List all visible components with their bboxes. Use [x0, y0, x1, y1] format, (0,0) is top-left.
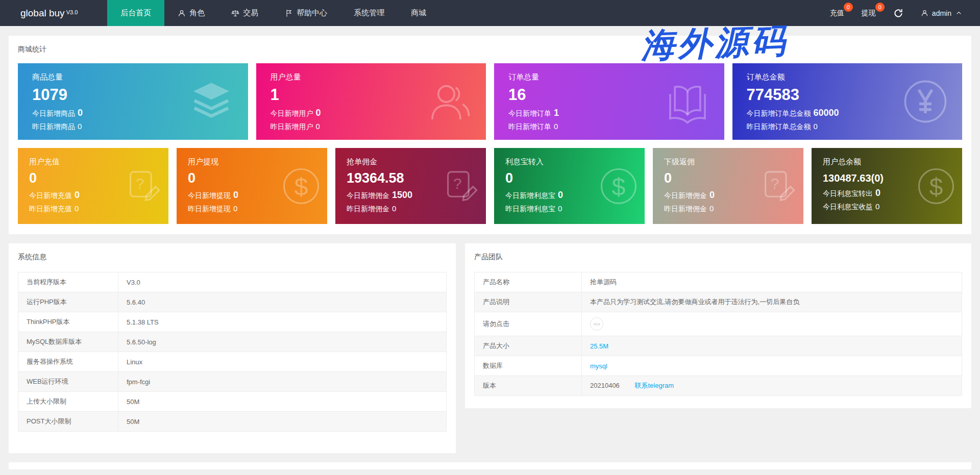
- card-line-label: 今日新增佣金: [347, 191, 389, 199]
- menu-item-system-manage[interactable]: 系统管理: [340, 0, 398, 26]
- row-label: 数据库: [475, 356, 582, 376]
- stat-card-user-balance: 用户总余额 130487.63(0) 今日利息宝转出0 今日利息宝收益0 $: [812, 148, 962, 224]
- menu-item-help-center[interactable]: 帮助中心: [272, 0, 340, 26]
- svg-text:?: ?: [771, 175, 779, 192]
- row-value: Linux: [118, 352, 447, 372]
- stats-cards-row1: 商品总量 1079 今日新增商品0 昨日新增商品0 用户总量 1 今日新增用户0…: [18, 63, 962, 140]
- table-row: 当前程序版本V3.0: [18, 272, 447, 292]
- svg-text:$: $: [929, 172, 943, 200]
- withdraw-badge: 0: [875, 3, 885, 12]
- row-label: POST大小限制: [18, 412, 118, 432]
- recharge-badge: 0: [844, 3, 853, 12]
- row-value: mysql: [582, 356, 962, 376]
- card-line-value: 0: [814, 122, 818, 131]
- table-row: MySQL数据库版本5.6.50-log: [18, 332, 447, 352]
- table-row: WEB运行环境fpm-fcgi: [18, 372, 447, 392]
- row-label: 产品名称: [475, 272, 582, 292]
- card-line-value: 0: [392, 204, 396, 213]
- version-number: 20210406: [590, 382, 620, 389]
- card-line-label: 昨日新增提现: [188, 205, 231, 213]
- row-value: fpm-fcgi: [118, 372, 447, 392]
- bottom-section: 系统信息 当前程序版本V3.0 运行PHP版本5.6.40 ThinkPHP版本…: [9, 243, 971, 453]
- row-label: WEB运行环境: [18, 372, 118, 392]
- telegram-contact-link[interactable]: 联系telegram: [634, 382, 674, 389]
- card-title: 抢单佣金: [347, 157, 486, 167]
- row-value: 抢单源码: [582, 272, 962, 292]
- card-line-label: 今日新增订单: [508, 109, 551, 117]
- svg-text:?: ?: [136, 175, 144, 192]
- card-line-value: 0: [78, 122, 82, 131]
- table-row: 产品名称 抢单源码: [475, 272, 962, 292]
- card-title: 用户充值: [29, 157, 168, 167]
- card-line-label: 今日新增提现: [188, 191, 231, 199]
- recharge-label: 充值: [830, 9, 844, 17]
- card-line-label: 今日新增订单总金额: [747, 109, 811, 117]
- card-line-label: 今日新增商品: [32, 109, 75, 117]
- menu-item-mall[interactable]: 商城: [398, 0, 439, 26]
- product-size-link[interactable]: 25.5M: [590, 342, 608, 350]
- scales-icon: [231, 9, 239, 17]
- menu-item-label: 角色: [189, 8, 205, 18]
- card-title: 用户总余额: [823, 157, 962, 167]
- stats-panel-title: 商城统计: [18, 45, 962, 54]
- menu-item-label: 商城: [411, 8, 426, 18]
- card-line-value: 0: [709, 190, 715, 200]
- database-link[interactable]: mysql: [590, 362, 607, 370]
- card-line-label: 今日新增充值: [29, 191, 72, 199]
- app-logo-text: global buy: [20, 8, 65, 19]
- card-line-value: 0: [75, 204, 79, 213]
- stats-cards-row2: 用户充值 0 今日新增充值0 昨日新增充值0 ? 用户提现 0 今日新增提现0 …: [18, 148, 962, 224]
- menu-item-trade[interactable]: 交易: [218, 0, 272, 26]
- table-row: ThinkPHP版本5.1.38 LTS: [18, 312, 447, 332]
- question-edit-icon: ?: [440, 166, 480, 206]
- table-row: 产品大小 25.5M: [475, 336, 962, 356]
- card-line-value: 0: [233, 190, 238, 200]
- question-edit-icon: ?: [757, 166, 797, 206]
- table-row: POST大小限制50M: [18, 412, 447, 432]
- card-line-value: 0: [75, 190, 80, 200]
- admin-dropdown[interactable]: admin: [921, 9, 963, 17]
- row-value: 50M: [118, 392, 447, 412]
- refresh-button[interactable]: [893, 8, 903, 18]
- row-value: 404: [582, 312, 962, 336]
- row-label: 请勿点击: [475, 312, 582, 336]
- dollar-circle-icon: $: [916, 166, 956, 206]
- card-line-label: 今日新增佣金: [664, 191, 707, 199]
- app-logo: global buy V3.0: [0, 0, 107, 26]
- row-value: V3.0: [118, 272, 447, 292]
- refresh-icon: [893, 8, 903, 18]
- chevron-up-icon: [955, 9, 963, 17]
- row-label: 产品大小: [475, 336, 582, 356]
- card-line-label: 昨日新增佣金: [347, 205, 389, 213]
- stat-card-order-commission: 抢单佣金 19364.58 今日新增佣金1500 昨日新增佣金0 ?: [335, 148, 486, 224]
- card-line-label: 今日利息宝转出: [823, 189, 873, 197]
- card-line-value: 0: [709, 204, 714, 213]
- row-value: 5.6.40: [118, 292, 447, 312]
- product-team-title: 产品团队: [474, 253, 962, 262]
- row-label: 服务器操作系统: [18, 352, 118, 372]
- card-line-value: 0: [316, 108, 321, 118]
- menu-item-dashboard[interactable]: 后台首页: [107, 0, 164, 26]
- system-info-table: 当前程序版本V3.0 运行PHP版本5.6.40 ThinkPHP版本5.1.3…: [18, 272, 447, 432]
- recharge-button[interactable]: 充值 0: [830, 9, 844, 18]
- card-title: 用户提现: [188, 157, 327, 167]
- stat-card-interest-transfer-in: 利息宝转入 0 今日新增利息宝0 昨日新增利息宝0 $: [494, 148, 645, 224]
- broken-image-icon: 404: [590, 317, 603, 331]
- footer-strip: [9, 462, 971, 469]
- card-line-label: 昨日新增利息宝: [505, 205, 555, 213]
- table-row: 服务器操作系统Linux: [18, 352, 447, 372]
- withdraw-button[interactable]: 提现 0: [862, 9, 876, 18]
- card-line-value: 0: [316, 122, 320, 131]
- stat-card-users-total: 用户总量 1 今日新增用户0 昨日新增用户0: [256, 63, 486, 140]
- card-line-label: 今日新增利息宝: [505, 191, 555, 199]
- card-line-label: 昨日新增订单: [508, 122, 551, 131]
- question-edit-icon: ?: [122, 166, 162, 206]
- card-line-label: 今日利息宝收益: [823, 203, 873, 211]
- card-line-value: 0: [875, 202, 879, 211]
- user-icon: [921, 9, 928, 17]
- row-label: ThinkPHP版本: [18, 312, 118, 332]
- row-label: 当前程序版本: [18, 272, 118, 292]
- menu-item-roles[interactable]: 角色: [164, 0, 218, 26]
- card-line-value: 1500: [392, 190, 412, 200]
- card-line-value: 0: [558, 190, 563, 200]
